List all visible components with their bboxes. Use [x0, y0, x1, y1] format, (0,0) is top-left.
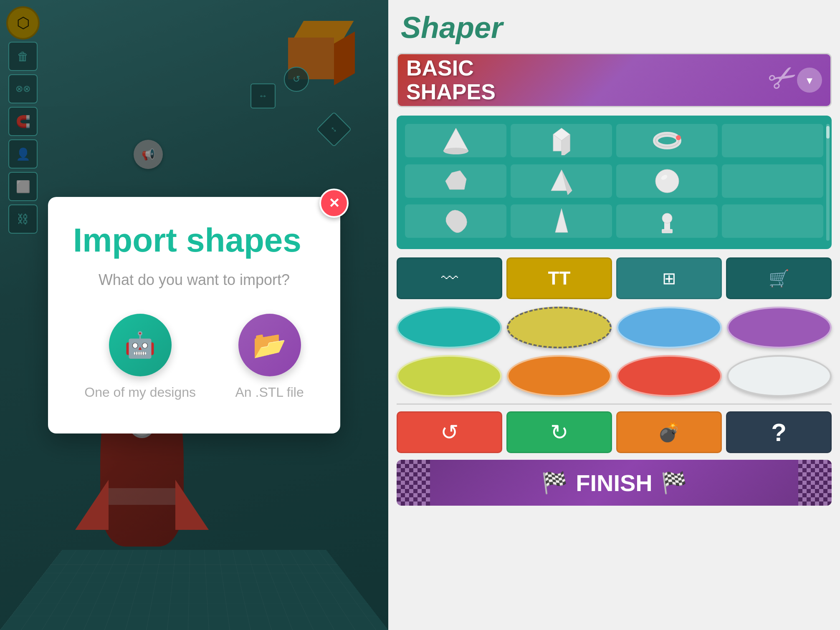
- my-designs-icon: 🤖: [109, 314, 172, 376]
- sphere-shape[interactable]: [616, 164, 718, 198]
- shapes-grid: [397, 116, 832, 249]
- scissors-icon: ✂: [761, 54, 805, 101]
- svg-point-11: [655, 169, 679, 193]
- pawn-shape[interactable]: [616, 204, 718, 238]
- blob-shape[interactable]: [405, 204, 506, 238]
- import-modal: ✕ Import shapes What do you want to impo…: [48, 197, 340, 433]
- orange-color[interactable]: [507, 355, 612, 397]
- svg-marker-13: [555, 209, 568, 232]
- spire-shape[interactable]: [511, 204, 612, 238]
- color-row-1: [397, 307, 832, 348]
- icon-buttons-row: 〰 TT ⊞ 🛒: [397, 257, 832, 299]
- panel-title: Shaper: [401, 10, 827, 45]
- text-button[interactable]: TT: [506, 257, 612, 299]
- finish-pattern-left: [397, 460, 430, 506]
- svg-point-1: [443, 148, 468, 154]
- grid-button[interactable]: ⊞: [616, 257, 722, 299]
- modal-subtitle: What do you want to import?: [73, 271, 315, 289]
- undo-button[interactable]: ↺: [397, 411, 502, 453]
- modal-overlay: ✕ Import shapes What do you want to impo…: [0, 0, 388, 630]
- banner-text: BASIC SHAPES: [406, 56, 496, 104]
- modal-close-button[interactable]: ✕: [319, 189, 349, 218]
- bomb-button[interactable]: 💣: [616, 411, 722, 453]
- panel-header: Shaper: [388, 0, 840, 49]
- pyramid-shape[interactable]: [511, 164, 612, 198]
- finish-flag-right: 🏁: [661, 471, 687, 495]
- finish-flag-left: 🏁: [541, 471, 567, 495]
- stl-file-label: An .STL file: [235, 385, 304, 400]
- blue-color[interactable]: [617, 307, 722, 348]
- help-button[interactable]: ?: [726, 411, 832, 453]
- color-row-2: [397, 355, 832, 397]
- svg-marker-8: [445, 171, 466, 189]
- rock-shape[interactable]: [405, 164, 506, 198]
- cart-button[interactable]: 🛒: [726, 257, 832, 299]
- shapes-scrollbar-thumb: [826, 126, 830, 139]
- divider: [397, 403, 832, 405]
- wave-button[interactable]: 〰: [397, 257, 502, 299]
- red-color[interactable]: [617, 355, 722, 397]
- redo-button[interactable]: ↻: [506, 411, 612, 453]
- finish-label: Finish: [576, 469, 653, 496]
- svg-point-7: [676, 135, 681, 140]
- empty-shape[interactable]: [722, 124, 823, 157]
- action-buttons-row: ↺ ↻ 💣 ?: [397, 411, 832, 453]
- white-color[interactable]: [727, 355, 832, 397]
- teal-color[interactable]: [397, 307, 502, 348]
- my-designs-option[interactable]: 🤖 One of my designs: [84, 314, 196, 400]
- lime-color[interactable]: [397, 355, 502, 397]
- svg-point-16: [662, 213, 672, 223]
- my-designs-label: One of my designs: [84, 385, 196, 400]
- svg-rect-15: [664, 222, 670, 230]
- right-panel: Shaper BASIC SHAPES ✂ ▾: [388, 0, 840, 630]
- stl-file-option[interactable]: 📂 An .STL file: [235, 314, 304, 400]
- cone-shape[interactable]: [405, 124, 506, 157]
- torus-shape[interactable]: [616, 124, 718, 157]
- folder-icon: 📂: [253, 329, 286, 361]
- empty3-shape[interactable]: [722, 204, 823, 238]
- stl-file-icon: 📂: [238, 314, 301, 376]
- shapes-scrollbar[interactable]: [826, 124, 830, 241]
- purple-color[interactable]: [727, 307, 832, 348]
- svg-marker-0: [443, 128, 468, 151]
- canvas-background: 🗑 ⊗⊗ 🧲 👤 ⬜ ⛓ ⬡ 📢 ↔ ↔ ↺ ⌨ 📏 ✕ Import shap…: [0, 0, 388, 630]
- modal-options: 🤖 One of my designs 📂 An .STL file: [73, 314, 315, 400]
- yellow-color[interactable]: [507, 307, 612, 348]
- cube-shape[interactable]: [511, 124, 612, 157]
- empty2-shape[interactable]: [722, 164, 823, 198]
- finish-button[interactable]: 🏁 Finish 🏁: [397, 460, 832, 506]
- robot-icon: 🤖: [124, 330, 156, 360]
- modal-title: Import shapes: [73, 222, 315, 259]
- finish-pattern-right: [798, 460, 832, 506]
- basic-shapes-banner[interactable]: BASIC SHAPES ✂ ▾: [397, 53, 832, 107]
